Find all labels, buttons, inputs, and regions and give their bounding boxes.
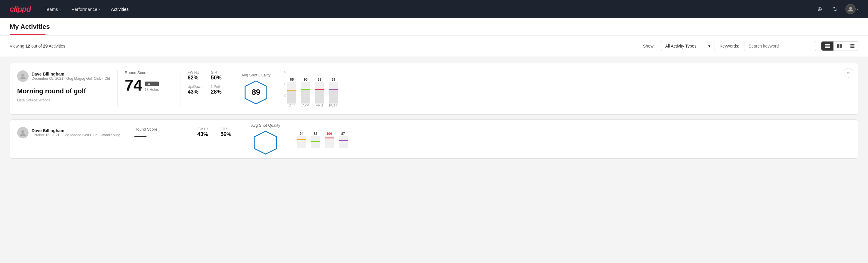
- round-score-section-2: Round Score: [134, 127, 183, 151]
- keywords-label: Keywords:: [720, 43, 739, 49]
- divider-2c: [244, 127, 244, 151]
- svg-rect-9: [851, 44, 855, 45]
- user-date-2: October 16, 2021 · Gog Magog Golf Club -…: [32, 133, 120, 137]
- card-left: Dave Billingham December 05, 2021 · Gog …: [17, 70, 110, 107]
- round-score-section: Round Score 74 +4 18 Holes: [125, 70, 173, 107]
- viewing-text: Viewing 12 out of 29 Activities: [10, 43, 638, 49]
- avatar: [17, 70, 29, 82]
- svg-rect-12: [850, 47, 850, 48]
- svg-rect-8: [850, 44, 850, 45]
- score-placeholder: [134, 136, 147, 137]
- y-label-100: 100: [281, 70, 286, 74]
- x-label-arg: ARG: [315, 104, 324, 107]
- one-putt-value: 28%: [211, 89, 227, 95]
- divider-2: [127, 127, 127, 151]
- view-toggle-list-dense[interactable]: [822, 41, 834, 51]
- one-putt-stat: 1 Putt 28%: [211, 85, 227, 95]
- bar-app-value: 90: [304, 78, 307, 81]
- svg-rect-13: [851, 47, 855, 48]
- bar-ott: 85: [287, 78, 296, 104]
- bar-putt: 89: [329, 78, 338, 104]
- nav-teams[interactable]: Teams ▾: [40, 4, 65, 14]
- divider: [117, 70, 118, 107]
- nav-right: ⊕ ↻ ▾: [814, 4, 858, 14]
- edit-button[interactable]: ✏: [844, 68, 853, 78]
- view-toggle-list[interactable]: [846, 41, 858, 51]
- bar-arg-fill: [315, 90, 324, 104]
- chart-2-bars: 94 82 106 8: [287, 130, 348, 148]
- activity-card-2: Dave Billingham October 16, 2021 · Gog M…: [10, 119, 858, 158]
- bar2-putt: 87: [339, 132, 348, 148]
- svg-marker-17: [255, 131, 276, 154]
- bar-chart: 100 50 0 85: [278, 70, 362, 107]
- bar-putt-track: [329, 82, 338, 104]
- fw-hit-stat: FW Hit 62%: [188, 70, 204, 81]
- gir-stat: GIR 50%: [211, 70, 227, 81]
- activity-type-select[interactable]: All Activity Types ▾: [661, 41, 715, 51]
- bar-ott-value: 85: [290, 78, 293, 81]
- score-badge: +4: [145, 82, 159, 86]
- avatar-2: [17, 127, 29, 139]
- bar-ott-marker: [287, 90, 296, 91]
- bar-putt-marker: [329, 89, 338, 90]
- svg-rect-3: [825, 47, 830, 48]
- round-score-label-2: Round Score: [134, 127, 183, 132]
- fw-hit-label: FW Hit: [188, 70, 204, 75]
- page-title-underline: [10, 34, 46, 35]
- bar2-arg: 106: [325, 132, 334, 148]
- activities-list: ✏ Dave Billingham December 05, 2021 · Go…: [0, 57, 868, 165]
- gir-label: GIR: [211, 70, 227, 75]
- score-number: 74: [125, 77, 142, 93]
- card-source: Data Source: Arccos: [17, 98, 110, 102]
- bar-ott-fill: [287, 90, 296, 104]
- bar-arg: 89: [315, 78, 324, 104]
- svg-rect-2: [825, 46, 830, 47]
- x-label-ott: OTT: [287, 104, 296, 107]
- divider: [180, 70, 181, 107]
- teams-chevron-icon: ▾: [59, 7, 61, 11]
- view-toggle-grid[interactable]: [834, 41, 846, 51]
- stats-section-2: FW Hit 43% GIR 56%: [197, 127, 237, 151]
- navbar: clippd Teams ▾ Performance ▾ Activities …: [0, 0, 868, 18]
- user-avatar-button[interactable]: ▾: [845, 4, 858, 14]
- card-user-2: Dave Billingham October 16, 2021 · Gog M…: [17, 127, 120, 139]
- add-button[interactable]: ⊕: [814, 4, 825, 14]
- stat-row-top: FW Hit 62% GIR 50%: [188, 70, 227, 81]
- one-putt-label: 1 Putt: [211, 85, 227, 89]
- gir-stat-2: GIR 56%: [220, 127, 237, 138]
- svg-point-0: [849, 7, 852, 9]
- updown-value: 43%: [188, 89, 204, 95]
- svg-rect-5: [840, 44, 842, 46]
- bar-arg-value: 89: [318, 78, 321, 81]
- divider: [234, 70, 234, 107]
- card-left-2: Dave Billingham October 16, 2021 · Gog M…: [17, 127, 120, 151]
- fw-hit-value: 62%: [188, 75, 204, 81]
- quality-label: Avg Shot Quality: [242, 73, 271, 77]
- x-label-app: APP: [301, 104, 310, 107]
- avatar-chevron-icon: ▾: [857, 7, 858, 11]
- bar-ott-track: [287, 82, 296, 104]
- quality-hexagon-2: [253, 130, 278, 155]
- quality-section-2: Avg Shot Quality 94 82: [251, 127, 851, 151]
- nav-activities[interactable]: Activities: [107, 4, 133, 14]
- gir-value-2: 56%: [220, 131, 237, 138]
- search-input[interactable]: [744, 41, 816, 51]
- refresh-button[interactable]: ↻: [830, 4, 841, 14]
- svg-rect-11: [851, 46, 855, 47]
- bar-arg-track: [315, 82, 324, 104]
- card-title: Morning round of golf: [17, 87, 110, 95]
- svg-rect-4: [837, 44, 839, 46]
- user-name: Dave Billingham: [32, 71, 110, 77]
- svg-point-16: [21, 130, 24, 133]
- bar-app-track: [301, 82, 310, 104]
- y-label-0: 0: [284, 94, 286, 97]
- x-label-putt: PUTT: [329, 104, 338, 107]
- user-name-2: Dave Billingham: [32, 128, 120, 133]
- bar2-app: 82: [311, 132, 320, 148]
- score-badge-holes: +4 18 Holes: [145, 82, 159, 93]
- card-user-info: Dave Billingham December 05, 2021 · Gog …: [32, 71, 110, 81]
- performance-chevron-icon: ▾: [99, 7, 100, 11]
- bar2-ott: 94: [297, 132, 306, 148]
- nav-performance[interactable]: Performance ▾: [67, 4, 104, 14]
- nav-links: Teams ▾ Performance ▾ Activities: [40, 4, 805, 14]
